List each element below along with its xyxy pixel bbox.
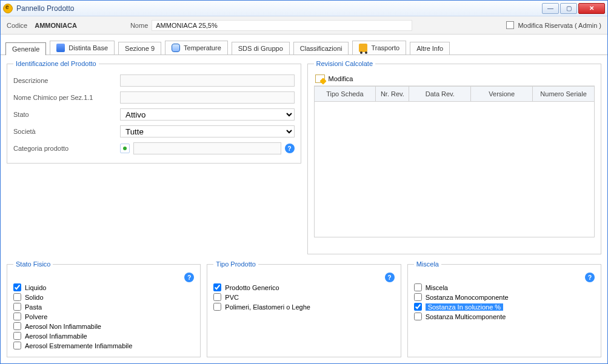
close-button[interactable]: ✕ [578,3,605,14]
chk-sostanza-in-soluzione[interactable]: Sostanza In soluzione % [414,303,595,311]
help-icon[interactable]: ? [585,273,595,282]
chk-aerosol-infiammabile[interactable]: Aerosol Infiammabile [13,332,194,340]
help-icon[interactable]: ? [184,273,194,282]
chk-polimeri[interactable]: Polimeri, Elastomeri o Leghe [213,303,394,311]
miscela-fieldset: Miscela ? Miscela Sostanza Monocomponent… [407,260,601,357]
codice-value: AMMONIACA [31,21,81,30]
minimize-button[interactable]: — [542,3,559,14]
tab-classificazioni[interactable]: Classificazioni [293,42,349,55]
window-title: Pannello Prodotto [16,4,74,13]
window: Pannello Prodotto — ▢ ✕ Codice AMMONIACA… [0,0,608,364]
col-versione[interactable]: Versione [471,87,533,101]
list-icon [56,44,65,52]
chk-aerosol-non-infiammabile[interactable]: Aerosol Non Infiammabile [13,322,194,330]
revisioni-grid[interactable]: Tipo Scheda Nr. Rev. Data Rev. Versione … [314,86,595,237]
admin-checkbox[interactable] [506,21,514,29]
col-data-rev[interactable]: Data Rev. [409,87,471,101]
help-icon[interactable]: ? [385,273,395,282]
chk-solido[interactable]: Solido [13,293,194,301]
stato-select[interactable]: Attivo [120,108,295,121]
societa-select[interactable]: Tutte [120,125,295,137]
app-icon [3,4,13,13]
nome-label: Nome [130,22,148,29]
modifica-button[interactable]: Modifica [329,75,353,82]
edit-icon[interactable] [315,74,325,83]
chk-aerosol-estremamente-infiammabile[interactable]: Aerosol Estremamente Infiammabile [13,342,194,349]
thermometer-icon [172,44,180,52]
tabs: Generale Distinta Base Sezione 9 Tempera… [1,35,607,55]
chk-miscela[interactable]: Miscela [414,283,595,291]
chk-polvere[interactable]: Polvere [13,313,194,320]
chk-pvc[interactable]: PVC [213,293,394,301]
revisioni-fieldset: Revisioni Calcolate Modifica Tipo Scheda… [307,60,602,254]
col-nr-rev[interactable]: Nr. Rev. [376,87,409,101]
stato-fisico-fieldset: Stato Fisico ? Liquido Solido Pasta Polv… [7,260,201,357]
tab-distinta-base[interactable]: Distinta Base [50,41,115,55]
chk-sostanza-monocomponente[interactable]: Sostanza Monocomponente [414,293,595,301]
categoria-label: Categoria prodotto [13,145,116,152]
tipo-prodotto-legend: Tipo Prodotto [213,260,258,268]
col-numero-seriale[interactable]: Numero Seriale [533,87,594,101]
stato-fisico-legend: Stato Fisico [13,260,53,268]
nome-chimico-input[interactable] [120,91,295,104]
stato-label: Stato [13,111,116,118]
close-icon: ✕ [589,5,594,12]
tab-altre-info[interactable]: Altre Info [410,42,450,55]
nome-chimico-label: Nome Chimico per Sez.1.1 [13,94,116,101]
admin-label: Modifica Riservata ( Admin ) [518,22,601,29]
tab-sds-gruppo[interactable]: SDS di Gruppo [232,42,290,55]
add-category-icon[interactable] [120,144,130,153]
tab-sezione-9[interactable]: Sezione 9 [118,42,161,55]
admin-checkbox-wrap[interactable]: Modifica Riservata ( Admin ) [506,21,601,29]
identificazione-legend: Identificazione del Prodotto [13,60,99,67]
chk-prodotto-generico[interactable]: Prodotto Generico [213,283,394,291]
nome-value: AMMONIACA 25,5% [152,20,412,31]
categoria-input[interactable] [133,142,281,154]
tab-generale[interactable]: Generale [5,42,46,55]
revisioni-header: Tipo Scheda Nr. Rev. Data Rev. Versione … [315,87,595,102]
revisioni-legend: Revisioni Calcolate [314,60,376,67]
col-tipo-scheda[interactable]: Tipo Scheda [315,87,376,101]
header-row: Codice AMMONIACA Nome AMMONIACA 25,5% Mo… [1,16,607,35]
identificazione-fieldset: Identificazione del Prodotto Descrizione… [7,60,301,164]
minimize-icon: — [547,5,553,12]
chk-pasta[interactable]: Pasta [13,303,194,311]
titlebar: Pannello Prodotto — ▢ ✕ [1,1,607,16]
descrizione-input[interactable] [120,74,295,87]
tipo-prodotto-fieldset: Tipo Prodotto ? Prodotto Generico PVC Po… [207,260,401,357]
societa-label: Società [13,128,116,135]
miscela-legend: Miscela [414,260,441,268]
truck-icon [359,44,367,52]
chk-sostanza-multicomponente[interactable]: Sostanza Multicomponente [414,313,595,320]
maximize-button[interactable]: ▢ [560,3,577,14]
chk-liquido[interactable]: Liquido [13,283,194,291]
descrizione-label: Descrizione [13,77,116,84]
tab-temperature[interactable]: Temperature [165,41,228,55]
help-icon[interactable]: ? [285,144,295,153]
tab-trasporto[interactable]: Trasporto [352,41,406,55]
bottom-row: Stato Fisico ? Liquido Solido Pasta Polv… [1,260,607,363]
codice-label: Codice [7,22,27,29]
maximize-icon: ▢ [566,5,572,12]
content: Identificazione del Prodotto Descrizione… [1,55,607,260]
